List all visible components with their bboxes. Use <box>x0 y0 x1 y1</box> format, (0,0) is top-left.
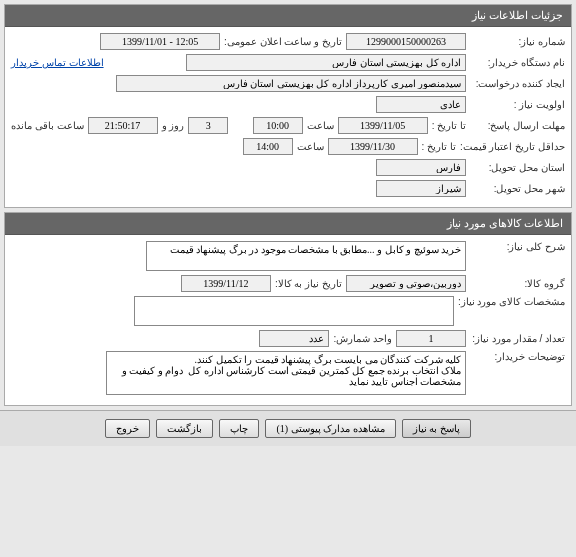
unit-input <box>259 330 329 347</box>
back-button[interactable]: بازگشت <box>156 419 213 438</box>
reply-button[interactable]: پاسخ به نیاز <box>402 419 471 438</box>
row-deadline: مهلت ارسال پاسخ: تا تاریخ : ساعت روز و س… <box>11 117 565 134</box>
requester-label: ایجاد کننده درخواست: <box>470 78 565 89</box>
min-credit-time-input <box>243 138 293 155</box>
spec-label: مشخصات کالای مورد نیاز: <box>458 296 565 307</box>
view-attachments-button[interactable]: مشاهده مدارک پیوستی (1) <box>265 419 395 438</box>
qty-input <box>396 330 466 347</box>
qty-label: تعداد / مقدار مورد نیاز: <box>470 333 565 344</box>
city-label: شهر محل تحویل: <box>470 183 565 194</box>
need-info-body: شماره نیاز: تاریخ و ساعت اعلان عمومی: نا… <box>5 27 571 207</box>
goods-info-header: اطلاعات کالاهای مورد نیاز <box>5 213 571 235</box>
contact-buyer-link[interactable]: اطلاعات تماس خریدار <box>11 57 104 68</box>
need-info-section: جزئیات اطلاعات نیاز شماره نیاز: تاریخ و … <box>4 4 572 208</box>
priority-label: اولویت نیاز : <box>470 99 565 110</box>
row-group: گروه کالا: تاریخ نیاز به کالا: <box>11 275 565 292</box>
min-credit-date-input <box>328 138 418 155</box>
min-credit-to-date-label: تا تاریخ : <box>422 141 456 152</box>
city-input <box>376 180 466 197</box>
buyer-notes-textarea <box>106 351 466 395</box>
goods-info-section: اطلاعات کالاهای مورد نیاز شرح کلی نیاز: … <box>4 212 572 406</box>
need-number-input <box>346 33 466 50</box>
to-date-label: تا تاریخ : <box>432 120 466 131</box>
buyer-notes-label: توضیحات خریدار: <box>470 351 565 362</box>
public-datetime-input <box>100 33 220 50</box>
group-label: گروه کالا: <box>470 278 565 289</box>
row-min-credit: حداقل تاریخ اعتبار قیمت: تا تاریخ : ساعت <box>11 138 565 155</box>
min-credit-time-label: ساعت <box>297 141 324 152</box>
province-input <box>376 159 466 176</box>
row-qty: تعداد / مقدار مورد نیاز: واحد شمارش: <box>11 330 565 347</box>
public-datetime-label: تاریخ و ساعت اعلان عمومی: <box>224 36 342 47</box>
general-desc-textarea <box>146 241 466 271</box>
row-buyer-notes: توضیحات خریدار: <box>11 351 565 395</box>
row-buyer-org: نام دستگاه خریدار: اطلاعات تماس خریدار <box>11 54 565 71</box>
need-number-label: شماره نیاز: <box>470 36 565 47</box>
days-remaining-input <box>188 117 228 134</box>
row-requester: ایجاد کننده درخواست: <box>11 75 565 92</box>
row-city: شهر محل تحویل: <box>11 180 565 197</box>
deadline-label: مهلت ارسال پاسخ: <box>470 120 565 131</box>
row-spec: مشخصات کالای مورد نیاز: <box>11 296 565 326</box>
button-bar: پاسخ به نیاز مشاهده مدارک پیوستی (1) چاپ… <box>0 410 576 446</box>
deadline-date-input <box>338 117 428 134</box>
row-priority: اولویت نیاز : <box>11 96 565 113</box>
row-province: استان محل تحویل: <box>11 159 565 176</box>
goods-info-body: شرح کلی نیاز: گروه کالا: تاریخ نیاز به ک… <box>5 235 571 405</box>
need-date-label: تاریخ نیاز به کالا: <box>275 278 342 289</box>
remaining-label: ساعت باقی مانده <box>11 120 84 131</box>
priority-input <box>376 96 466 113</box>
need-date-input <box>181 275 271 292</box>
deadline-time-label: ساعت <box>307 120 334 131</box>
buyer-org-label: نام دستگاه خریدار: <box>470 57 565 68</box>
group-input <box>346 275 466 292</box>
time-remaining-input <box>88 117 158 134</box>
days-label: روز و <box>162 120 185 131</box>
spec-textarea <box>134 296 454 326</box>
row-need-number: شماره نیاز: تاریخ و ساعت اعلان عمومی: <box>11 33 565 50</box>
print-button[interactable]: چاپ <box>219 419 259 438</box>
unit-label: واحد شمارش: <box>333 333 392 344</box>
exit-button[interactable]: خروج <box>105 419 150 438</box>
requester-input <box>116 75 466 92</box>
deadline-time-input <box>253 117 303 134</box>
province-label: استان محل تحویل: <box>470 162 565 173</box>
min-credit-label: حداقل تاریخ اعتبار قیمت: <box>460 141 565 152</box>
row-general-desc: شرح کلی نیاز: <box>11 241 565 271</box>
general-desc-label: شرح کلی نیاز: <box>470 241 565 252</box>
need-info-header: جزئیات اطلاعات نیاز <box>5 5 571 27</box>
buyer-org-input <box>186 54 466 71</box>
